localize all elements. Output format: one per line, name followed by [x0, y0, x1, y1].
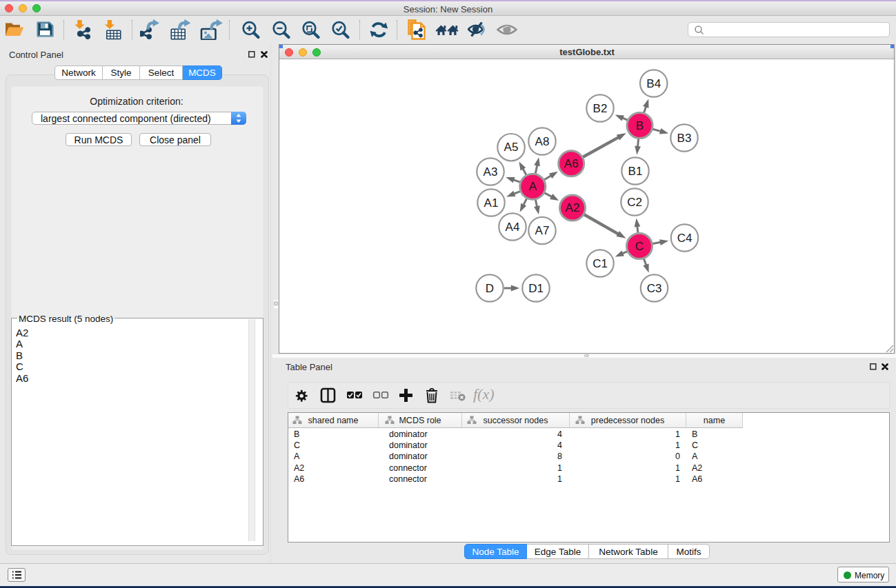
svg-text:B2: B2	[593, 102, 608, 115]
svg-text:A2: A2	[566, 201, 580, 214]
svg-text:A6: A6	[564, 157, 579, 170]
svg-text:A1: A1	[484, 196, 499, 210]
svg-text:A4: A4	[506, 221, 520, 234]
svg-text:B3: B3	[677, 132, 692, 145]
svg-text:C2: C2	[627, 196, 642, 209]
svg-text:B1: B1	[628, 165, 643, 178]
svg-text:A3: A3	[484, 165, 498, 179]
svg-text:C3: C3	[647, 282, 662, 295]
svg-text:D1: D1	[528, 282, 544, 295]
svg-text:C: C	[635, 240, 644, 253]
svg-text:A8: A8	[535, 135, 550, 148]
svg-text:D: D	[486, 282, 494, 295]
svg-text:A: A	[529, 180, 537, 193]
svg-text:B4: B4	[646, 77, 661, 90]
svg-text:A7: A7	[535, 224, 550, 237]
svg-text:C1: C1	[593, 257, 608, 270]
svg-text:C4: C4	[677, 232, 693, 245]
svg-text:B: B	[636, 119, 644, 132]
svg-text:A5: A5	[504, 141, 519, 154]
